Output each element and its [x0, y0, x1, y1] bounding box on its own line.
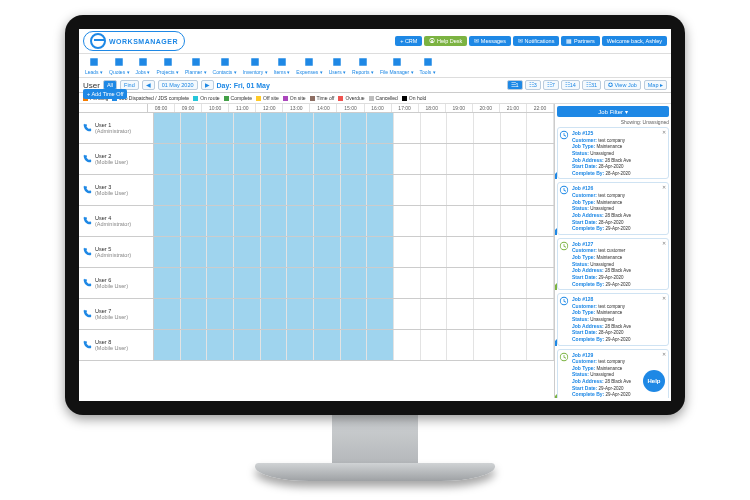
- schedule-cell[interactable]: [261, 268, 288, 298]
- schedule-cell[interactable]: [421, 237, 448, 267]
- schedule-cell[interactable]: [501, 113, 528, 143]
- schedule-cell[interactable]: [527, 237, 554, 267]
- schedule-cell[interactable]: [394, 144, 421, 174]
- top-button-3[interactable]: ✉ Notifications: [513, 36, 560, 46]
- schedule-cell[interactable]: [154, 330, 181, 360]
- schedule-cell[interactable]: [447, 175, 474, 205]
- user-cell[interactable]: User 2(Mobile User): [79, 144, 154, 174]
- schedule-cell[interactable]: [181, 206, 208, 236]
- view-range-1[interactable]: ☷3: [525, 80, 541, 90]
- schedule-cell[interactable]: [394, 330, 421, 360]
- schedule-cell[interactable]: [207, 206, 234, 236]
- schedule-cell[interactable]: [234, 330, 261, 360]
- schedule-cell[interactable]: [207, 113, 234, 143]
- menu-users[interactable]: Users ▾: [327, 56, 348, 75]
- user-cell[interactable]: User 8(Mobile User): [79, 330, 154, 360]
- schedule-cell[interactable]: [261, 299, 288, 329]
- schedule-cell[interactable]: [314, 330, 341, 360]
- schedule-cell[interactable]: [447, 330, 474, 360]
- schedule-cell[interactable]: [154, 237, 181, 267]
- schedule-cell[interactable]: [474, 237, 501, 267]
- view-range-3[interactable]: ☷14: [561, 80, 580, 90]
- schedule-cell[interactable]: [287, 144, 314, 174]
- schedule-cell[interactable]: [314, 237, 341, 267]
- schedule-cell[interactable]: [207, 268, 234, 298]
- schedule-cell[interactable]: [527, 299, 554, 329]
- menu-file manager[interactable]: File Manager ▾: [378, 56, 416, 75]
- menu-reports[interactable]: Reports ▾: [350, 56, 376, 75]
- job-card[interactable]: ✕Job #126Customer: test companyJob Type:…: [557, 182, 669, 234]
- schedule-cell[interactable]: [207, 144, 234, 174]
- schedule-cell[interactable]: [367, 206, 394, 236]
- menu-expenses[interactable]: Expenses ▾: [294, 56, 324, 75]
- job-card[interactable]: ✕Job #128Customer: test companyJob Type:…: [557, 293, 669, 345]
- schedule-cell[interactable]: [341, 206, 368, 236]
- user-cell[interactable]: User 1(Administrator): [79, 113, 154, 143]
- schedule-cell[interactable]: [181, 175, 208, 205]
- user-cell[interactable]: User 3(Mobile User): [79, 175, 154, 205]
- schedule-cell[interactable]: [527, 175, 554, 205]
- schedule-cell[interactable]: [474, 330, 501, 360]
- schedule-cell[interactable]: [314, 206, 341, 236]
- schedule-cell[interactable]: [341, 144, 368, 174]
- schedule-cell[interactable]: [314, 113, 341, 143]
- schedule-cell[interactable]: [341, 268, 368, 298]
- menu-inventory[interactable]: Inventory ▾: [241, 56, 270, 75]
- schedule-cell[interactable]: [501, 299, 528, 329]
- view-range-4[interactable]: ☷31: [582, 80, 601, 90]
- schedule-cell[interactable]: [261, 144, 288, 174]
- schedule-cell[interactable]: [367, 299, 394, 329]
- schedule-cell[interactable]: [261, 330, 288, 360]
- schedule-cell[interactable]: [154, 206, 181, 236]
- close-icon[interactable]: ✕: [662, 351, 666, 357]
- menu-planner[interactable]: Planner ▾: [183, 56, 209, 75]
- schedule-cell[interactable]: [447, 144, 474, 174]
- schedule-cell[interactable]: [287, 330, 314, 360]
- top-button-4[interactable]: ▦ Partners: [561, 36, 599, 46]
- close-icon[interactable]: ✕: [662, 295, 666, 301]
- user-cell[interactable]: User 7(Mobile User): [79, 299, 154, 329]
- schedule-cell[interactable]: [314, 299, 341, 329]
- schedule-cell[interactable]: [207, 330, 234, 360]
- schedule-cell[interactable]: [421, 144, 448, 174]
- schedule-cell[interactable]: [154, 268, 181, 298]
- schedule-cell[interactable]: [367, 144, 394, 174]
- schedule-cell[interactable]: [314, 175, 341, 205]
- schedule-cell[interactable]: [181, 144, 208, 174]
- schedule-cell[interactable]: [421, 330, 448, 360]
- schedule-cell[interactable]: [474, 299, 501, 329]
- top-button-0[interactable]: + CRM: [395, 36, 422, 46]
- schedule-cell[interactable]: [341, 237, 368, 267]
- schedule-cell[interactable]: [261, 206, 288, 236]
- schedule-cell[interactable]: [287, 175, 314, 205]
- schedule-cell[interactable]: [501, 237, 528, 267]
- schedule-cell[interactable]: [234, 113, 261, 143]
- schedule-cell[interactable]: [207, 175, 234, 205]
- schedule-cell[interactable]: [287, 299, 314, 329]
- view-job-button[interactable]: ✪ View Job: [604, 80, 641, 90]
- schedule-cell[interactable]: [474, 144, 501, 174]
- schedule-cell[interactable]: [501, 206, 528, 236]
- schedule-cell[interactable]: [447, 299, 474, 329]
- close-icon[interactable]: ✕: [662, 184, 666, 190]
- schedule-cell[interactable]: [394, 206, 421, 236]
- schedule-cell[interactable]: [447, 268, 474, 298]
- schedule-cell[interactable]: [501, 268, 528, 298]
- job-filter-header[interactable]: Job Filter ▾: [557, 106, 669, 117]
- schedule-cell[interactable]: [234, 237, 261, 267]
- schedule-cell[interactable]: [421, 299, 448, 329]
- menu-jobs[interactable]: Jobs ▾: [134, 56, 153, 75]
- menu-contacts[interactable]: Contacts ▾: [211, 56, 239, 75]
- schedule-cell[interactable]: [261, 175, 288, 205]
- schedule-cell[interactable]: [341, 299, 368, 329]
- schedule-cell[interactable]: [367, 113, 394, 143]
- schedule-cell[interactable]: [181, 268, 208, 298]
- schedule-cell[interactable]: [367, 268, 394, 298]
- schedule-cell[interactable]: [421, 206, 448, 236]
- schedule-cell[interactable]: [501, 330, 528, 360]
- schedule-cell[interactable]: [527, 206, 554, 236]
- schedule-cell[interactable]: [154, 175, 181, 205]
- app-logo[interactable]: WORKSMANAGER: [83, 31, 185, 51]
- schedule-cell[interactable]: [341, 330, 368, 360]
- schedule-cell[interactable]: [394, 113, 421, 143]
